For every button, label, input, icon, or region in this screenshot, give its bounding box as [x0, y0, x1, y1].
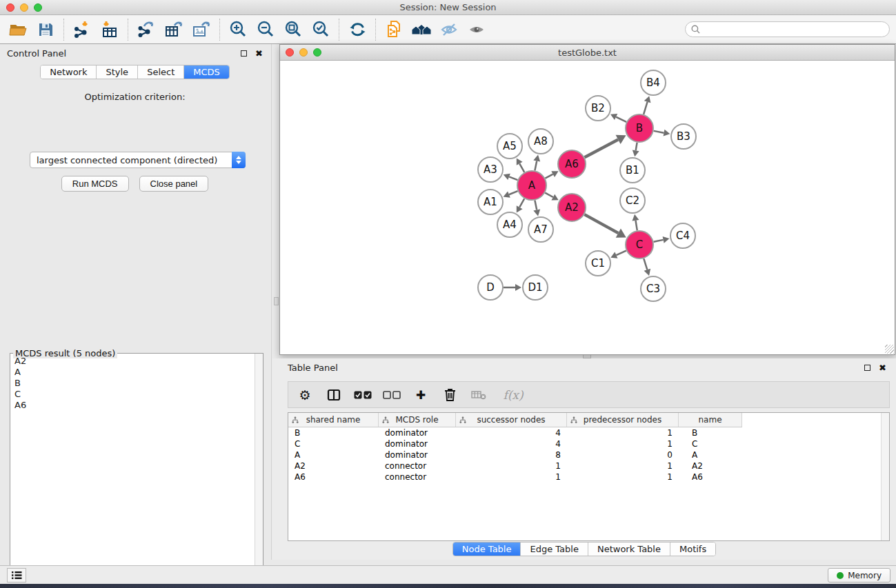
- network-canvas[interactable]: B4B2BB3A5A8A6A3AB1A1C2A4A7A2CC4C1C3DD1: [280, 61, 895, 354]
- graph-edge[interactable]: [616, 117, 626, 122]
- result-item[interactable]: C: [11, 389, 254, 400]
- criterion-value: largest connected component (directed): [30, 155, 232, 165]
- home-view-button[interactable]: [408, 17, 435, 42]
- tab-select[interactable]: Select: [138, 65, 184, 79]
- mcds-result-scrollbar[interactable]: [255, 354, 263, 588]
- zoom-in-button[interactable]: [224, 17, 252, 42]
- graph-edge[interactable]: [535, 161, 537, 170]
- close-panel-icon[interactable]: ✖: [255, 49, 263, 58]
- tab-style[interactable]: Style: [97, 65, 138, 79]
- column-header[interactable]: name: [679, 413, 742, 427]
- graph-edge[interactable]: [535, 201, 537, 210]
- task-history-button[interactable]: [7, 568, 26, 582]
- result-item[interactable]: A6: [11, 400, 254, 411]
- search-field[interactable]: [685, 21, 890, 37]
- tab-network[interactable]: Network: [41, 65, 97, 79]
- import-network-icon: [73, 21, 91, 39]
- graph-edge[interactable]: [545, 193, 553, 197]
- table-row[interactable]: Bdominator41B: [288, 427, 742, 438]
- new-network-from-selection-button[interactable]: [380, 17, 408, 42]
- node-label: C4: [676, 230, 690, 242]
- table-row[interactable]: Cdominator41C: [288, 438, 742, 449]
- eye-slash-icon: [440, 21, 458, 38]
- zoom-out-button[interactable]: [252, 17, 279, 42]
- tab-network-table[interactable]: Network Table: [588, 543, 670, 556]
- graph-edge[interactable]: [584, 214, 618, 233]
- result-item[interactable]: A2: [11, 356, 254, 367]
- optimization-criterion-label: Optimization criterion:: [0, 92, 270, 102]
- add-column-button[interactable]: ✚: [411, 385, 430, 405]
- select-all-button[interactable]: [353, 385, 372, 405]
- float-panel-icon[interactable]: [241, 50, 247, 57]
- column-header[interactable]: successor nodes: [456, 413, 567, 427]
- graph-edge[interactable]: [509, 191, 518, 194]
- tab-mcds[interactable]: MCDS: [184, 65, 229, 79]
- divider-grip[interactable]: [274, 297, 279, 305]
- status-bar: Memory: [0, 565, 896, 584]
- graph-edge[interactable]: [545, 174, 552, 179]
- import-network-button[interactable]: [68, 17, 96, 42]
- column-header[interactable]: shared name: [288, 413, 379, 427]
- zoom-fit-button[interactable]: [279, 17, 307, 42]
- table-cell: A6: [288, 472, 379, 482]
- memory-button[interactable]: Memory: [828, 568, 890, 582]
- result-item[interactable]: B: [11, 378, 254, 389]
- result-item[interactable]: A: [11, 367, 254, 378]
- graph-edge[interactable]: [644, 102, 647, 114]
- panel-divider[interactable]: [271, 44, 272, 560]
- graph-edge[interactable]: [654, 131, 664, 133]
- run-mcds-button[interactable]: Run MCDS: [61, 176, 129, 192]
- control-panel-title: Control Panel: [7, 48, 241, 59]
- graph-edge[interactable]: [654, 240, 664, 242]
- import-table-button[interactable]: [96, 17, 123, 42]
- refresh-button[interactable]: [344, 17, 371, 42]
- edge-arrowhead-icon: [633, 150, 639, 157]
- export-image-button[interactable]: [188, 17, 215, 42]
- table-options-button[interactable]: ⚙: [295, 385, 315, 405]
- delete-table-button[interactable]: [469, 385, 488, 405]
- refresh-icon: [349, 21, 366, 38]
- graph-edge[interactable]: [519, 199, 524, 207]
- column-header[interactable]: predecessor nodes: [567, 413, 679, 427]
- node-label: B3: [677, 130, 690, 143]
- graph-edge[interactable]: [636, 143, 637, 151]
- close-table-panel-icon[interactable]: ✖: [879, 363, 886, 372]
- graph-edge[interactable]: [509, 176, 517, 180]
- graph-edge[interactable]: [635, 221, 637, 231]
- save-session-button[interactable]: [32, 17, 59, 42]
- tab-motifs[interactable]: Motifs: [670, 543, 715, 556]
- show-column-button[interactable]: [324, 385, 344, 405]
- close-panel-button[interactable]: Close panel: [139, 176, 209, 192]
- zoom-selected-button[interactable]: [307, 17, 335, 42]
- edge-arrowhead-icon: [633, 214, 639, 221]
- tab-edge-table[interactable]: Edge Table: [521, 543, 588, 556]
- unchecked-boxes-icon: [383, 391, 401, 399]
- graph-edge[interactable]: [585, 139, 619, 157]
- delete-column-button[interactable]: [440, 385, 459, 405]
- hide-selected-button[interactable]: [435, 17, 463, 42]
- function-builder-button[interactable]: f(x): [498, 385, 528, 405]
- graph-edge[interactable]: [519, 163, 524, 172]
- table-scrollbar[interactable]: [881, 413, 889, 540]
- graph-edge[interactable]: [616, 251, 626, 255]
- table-row[interactable]: A2connector11A2: [288, 460, 742, 472]
- search-input[interactable]: [703, 23, 889, 36]
- unselect-all-button[interactable]: [382, 385, 401, 405]
- float-table-panel-icon[interactable]: [864, 365, 870, 371]
- table-row[interactable]: A6connector11A6: [288, 472, 742, 483]
- open-session-button[interactable]: [4, 17, 32, 42]
- export-table-button[interactable]: [160, 17, 188, 42]
- tab-node-table[interactable]: Node Table: [453, 543, 521, 556]
- resize-grip-icon[interactable]: [885, 345, 894, 354]
- zoom-in-icon: [229, 21, 247, 39]
- table-cell: 1: [567, 472, 679, 482]
- criterion-dropdown[interactable]: largest connected component (directed): [30, 152, 246, 168]
- column-header[interactable]: MCDS role: [379, 413, 456, 427]
- graph-edge[interactable]: [644, 258, 647, 270]
- houses-icon: [411, 21, 432, 38]
- table-row[interactable]: Adominator80A: [288, 449, 742, 460]
- show-all-button[interactable]: [463, 17, 490, 42]
- export-network-button[interactable]: [132, 17, 160, 42]
- table-cell: C: [679, 439, 742, 449]
- network-graph[interactable]: B4B2BB3A5A8A6A3AB1A1C2A4A7A2CC4C1C3DD1: [280, 61, 895, 354]
